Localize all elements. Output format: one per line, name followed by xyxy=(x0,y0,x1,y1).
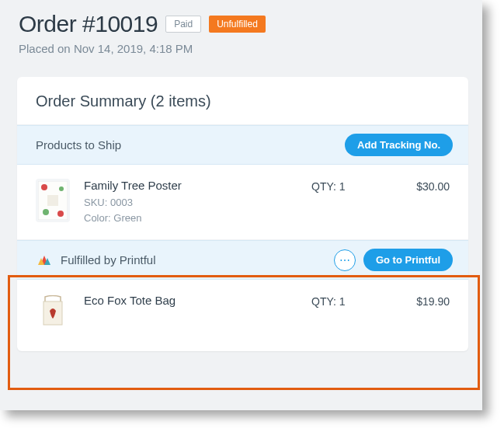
line-item: Eco Fox Tote Bag QTY: 1 $19.90 xyxy=(17,280,468,351)
order-summary-card: Order Summary (2 items) Products to Ship… xyxy=(17,77,468,351)
go-to-printful-button[interactable]: Go to Printful xyxy=(363,249,453,271)
order-title: Order #10019 xyxy=(19,11,158,37)
paid-badge: Paid xyxy=(165,16,201,33)
item-qty: QTY: 1 xyxy=(311,294,381,308)
printful-section-bar: Fulfilled by Printful ⋯ Go to Printful xyxy=(17,240,468,280)
item-name: Family Tree Poster xyxy=(84,179,297,192)
item-price: $19.90 xyxy=(395,294,450,308)
placed-on-text: Placed on Nov 14, 2019, 4:18 PM xyxy=(19,42,464,55)
printful-logo-icon xyxy=(36,252,53,269)
svg-point-4 xyxy=(57,211,64,217)
svg-point-1 xyxy=(41,184,47,190)
svg-point-3 xyxy=(43,209,49,215)
item-qty: QTY: 1 xyxy=(311,179,381,193)
printful-section-title: Fulfilled by Printful xyxy=(61,253,156,267)
item-name: Eco Fox Tote Bag xyxy=(84,294,297,307)
summary-title: Order Summary (2 items) xyxy=(17,77,468,125)
product-thumbnail xyxy=(36,179,70,222)
ellipsis-icon: ⋯ xyxy=(339,254,350,267)
add-tracking-button[interactable]: Add Tracking No. xyxy=(345,134,453,156)
svg-point-2 xyxy=(59,186,64,191)
item-sku: SKU: 0003 xyxy=(84,195,297,211)
more-actions-button[interactable]: ⋯ xyxy=(334,249,356,271)
svg-rect-5 xyxy=(47,195,58,206)
product-thumbnail xyxy=(36,294,70,337)
item-price: $30.00 xyxy=(395,179,450,193)
ship-section-title: Products to Ship xyxy=(36,138,121,152)
unfulfilled-badge: Unfulfilled xyxy=(209,16,266,33)
products-to-ship-bar: Products to Ship Add Tracking No. xyxy=(17,125,468,165)
item-variant: Color: Green xyxy=(84,211,297,226)
line-item: Family Tree Poster SKU: 0003 Color: Gree… xyxy=(17,165,468,240)
